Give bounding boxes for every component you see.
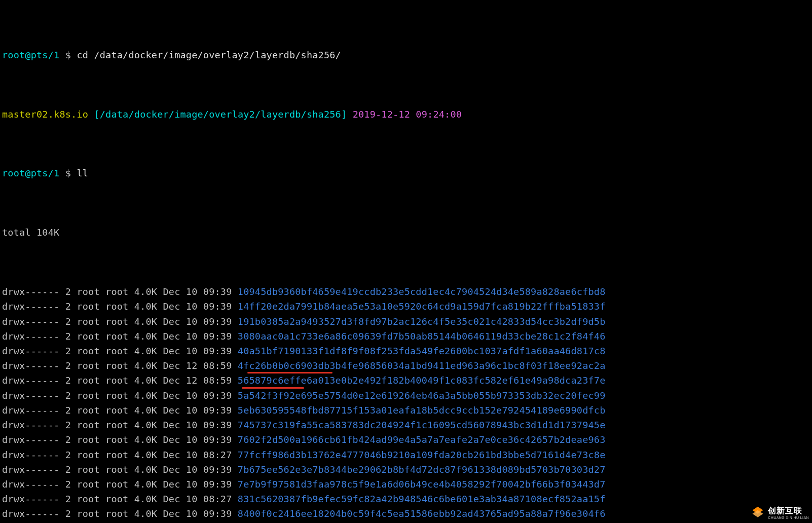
file-meta: drwx------ 2 root root 4.0K Dec 10 09:39 [2, 346, 238, 356]
file-meta: drwx------ 2 root root 4.0K Dec 10 09:39 [2, 390, 238, 401]
list-item: drwx------ 2 root root 4.0K Dec 10 09:39… [2, 314, 810, 329]
list-item: drwx------ 2 root root 4.0K Dec 10 09:39… [2, 521, 810, 523]
directory-name: 3080aac0a1c733e6a86c09639fd7b50ab85144b0… [238, 331, 606, 342]
file-meta: drwx------ 2 root root 4.0K Dec 10 09:39 [2, 508, 238, 519]
directory-name: 5a542f3f92e695e5754d0e12e619264eb46a3a5b… [238, 390, 606, 401]
prompt-line-1: root@pts/1 $ cd /data/docker/image/overl… [2, 48, 810, 62]
prompt-line-2: root@pts/1 $ ll [2, 166, 810, 180]
status-line: master02.k8s.io [/data/docker/image/over… [2, 107, 810, 122]
list-item: drwx------ 2 root root 4.0K Dec 10 08:27… [2, 447, 810, 462]
prompt-dollar: $ [59, 168, 77, 178]
directory-name: 191b0385a2a9493527d3f8fd97b2ac126c4f5e35… [238, 316, 606, 327]
file-meta: drwx------ 2 root root 4.0K Dec 10 09:39 [2, 316, 238, 327]
list-item: drwx------ 2 root root 4.0K Dec 10 09:39… [2, 329, 810, 344]
file-meta: drwx------ 2 root root 4.0K Dec 10 08:27 [2, 450, 238, 460]
list-item: drwx------ 2 root root 4.0K Dec 10 08:27… [2, 492, 810, 506]
list-item: drwx------ 2 root root 4.0K Dec 10 09:39… [2, 284, 810, 299]
current-path: /data/docker/image/overlay2/layerdb/sha2… [100, 109, 341, 120]
directory-name: 40a51bf7190133f1df8f9f08f253fda549fe2600… [238, 346, 606, 356]
watermark: 创新互联 CHUANG XIN HU LIAN [751, 506, 809, 520]
directory-name: 10945db9360bf4659e419ccdb233e5cdd1ec4c79… [238, 286, 606, 297]
directory-name: 14ff20e2da7991b84aea5e53a10e5920c64cd9a1… [238, 301, 606, 312]
file-meta: drwx------ 2 root root 4.0K Dec 12 08:59 [2, 375, 238, 386]
file-meta: drwx------ 2 root root 4.0K Dec 10 09:39 [2, 405, 238, 416]
directory-name: 7602f2d500a1966cb61fb424ad99e4a5a7a7eafe… [238, 434, 606, 445]
watermark-logo-icon [751, 506, 765, 520]
file-meta: drwx------ 2 root root 4.0K Dec 12 08:59 [2, 360, 238, 371]
list-item: drwx------ 2 root root 4.0K Dec 10 09:39… [2, 418, 810, 432]
directory-name: 5eb630595548fbd87715f153a01eafa18b5dcc9c… [238, 405, 606, 416]
directory-name: 831c5620387fb9efec59fc82a42b948546c6be60… [238, 494, 606, 504]
directory-listing: drwx------ 2 root root 4.0K Dec 10 09:39… [2, 284, 810, 523]
timestamp: 2019-12-12 09:24:00 [353, 109, 462, 120]
path-bracket-close: ] [341, 109, 353, 120]
list-item: drwx------ 2 root root 4.0K Dec 10 09:39… [2, 432, 810, 447]
list-item: drwx------ 2 root root 4.0K Dec 10 09:39… [2, 462, 810, 477]
list-item: drwx------ 2 root root 4.0K Dec 12 08:59… [2, 373, 810, 388]
directory-name: 77fcff986d3b13762e4777046b9210a109fda20c… [238, 450, 606, 460]
file-meta: drwx------ 2 root root 4.0K Dec 10 09:39 [2, 434, 238, 445]
prompt-user-host: root@pts/1 [2, 50, 59, 60]
directory-name: 7b675ee562e3e7b8344be29062b8bf4d72dc87f9… [238, 464, 606, 475]
prompt-dollar: $ [59, 50, 77, 60]
directory-name: 7e7b9f97581d3faa978c5f9e1a6d06b49ce4b405… [238, 479, 606, 490]
command-text: cd /data/docker/image/overlay2/layerdb/s… [77, 50, 341, 60]
list-item: drwx------ 2 root root 4.0K Dec 10 09:39… [2, 506, 810, 521]
directory-name: 745737c319fa55ca583783dc204924f1c16095cd… [238, 420, 606, 430]
total-line: total 104K [2, 225, 810, 240]
file-meta: drwx------ 2 root root 4.0K Dec 10 09:39 [2, 420, 238, 430]
file-meta: drwx------ 2 root root 4.0K Dec 10 09:39 [2, 464, 238, 475]
list-item: drwx------ 2 root root 4.0K Dec 10 09:39… [2, 388, 810, 403]
file-meta: drwx------ 2 root root 4.0K Dec 10 09:39 [2, 479, 238, 490]
list-item: drwx------ 2 root root 4.0K Dec 10 09:39… [2, 477, 810, 492]
prompt-user-host: root@pts/1 [2, 168, 59, 178]
list-item: drwx------ 2 root root 4.0K Dec 10 09:39… [2, 299, 810, 314]
file-meta: drwx------ 2 root root 4.0K Dec 10 09:39 [2, 301, 238, 312]
watermark-text-en: CHUANG XIN HU LIAN [768, 516, 809, 519]
directory-name: 4fc26b0b0c6903db3b4fe96856034a1bd9411ed9… [238, 360, 606, 371]
terminal-output[interactable]: root@pts/1 $ cd /data/docker/image/overl… [0, 0, 812, 523]
hostname: master02.k8s.io [2, 109, 88, 120]
command-text: ll [77, 168, 88, 178]
list-item: drwx------ 2 root root 4.0K Dec 10 09:39… [2, 344, 810, 358]
list-item: drwx------ 2 root root 4.0K Dec 12 08:59… [2, 358, 810, 373]
directory-name: 8400f0c2416ee18204b0c59f4c5ea51586ebb92a… [238, 508, 606, 519]
directory-name: 565879c6effe6a013e0b2e492f182b40049f1c08… [238, 375, 606, 386]
watermark-text-cn: 创新互联 [768, 507, 809, 515]
list-item: drwx------ 2 root root 4.0K Dec 10 09:39… [2, 403, 810, 418]
path-bracket-open: [ [88, 109, 100, 120]
file-meta: drwx------ 2 root root 4.0K Dec 10 09:39 [2, 286, 238, 297]
file-meta: drwx------ 2 root root 4.0K Dec 10 09:39 [2, 331, 238, 342]
file-meta: drwx------ 2 root root 4.0K Dec 10 08:27 [2, 494, 238, 504]
